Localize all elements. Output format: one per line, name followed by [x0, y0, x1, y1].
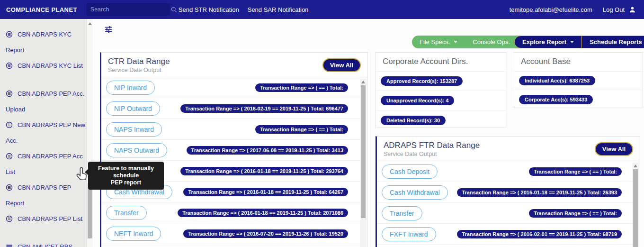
report-button-group: Explore Report Schedule Reports	[514, 36, 644, 48]
sidebar-item-label: CBN AML/CFT RBS Report	[6, 243, 72, 247]
individual-accounts-badge: Individual Acc(s): 6387253	[519, 76, 595, 85]
main-content: File Specs. Console Ops. Explore Report …	[93, 19, 644, 247]
table-row: FXFT InwardTransaction Range => ( 2016-0…	[377, 224, 633, 245]
transaction-range-badge: Transaction Range => ( 2016-01-18 == 201…	[457, 188, 622, 197]
table-row: NIP OutwardTransaction Range => ( 2016-0…	[101, 98, 361, 119]
table-row: NEFT InwardTransaction Range => ( 2016-0…	[101, 223, 361, 244]
brand-logo: COMPLIANCE PLANET	[6, 6, 77, 13]
ftr-row-list: Cash DepositTransaction Range => ( == ) …	[377, 161, 640, 245]
search-input[interactable]	[87, 6, 170, 13]
fxft-inward-pill[interactable]: FXFT Inward	[382, 227, 436, 241]
circle-report-icon	[6, 121, 13, 128]
cash-withdrawal-pill[interactable]: Cash Withdrawal	[382, 185, 448, 200]
circle-report-icon	[6, 153, 13, 160]
cursor-hand-icon	[75, 167, 89, 183]
table-row: NAPS InwardTransaction Range => ( == ) T…	[101, 119, 361, 140]
sidebar-item-cbn-aml-cft-rbs-report[interactable]: CBN AML/CFT RBS Report	[6, 239, 85, 247]
tooltip-line-1: Feature to manually schedule	[91, 165, 161, 179]
circle-report-icon	[6, 90, 13, 97]
deleted-records-badge: Deleted Record(s): 30	[381, 116, 446, 125]
transfer-pill[interactable]: Transfer	[106, 206, 147, 220]
scroll-up-arrow[interactable]	[88, 22, 92, 25]
scroll-up-arrow[interactable]	[361, 81, 365, 83]
adraps-ftr-data-range-card: ADRAPS FTR Data Range Service Date Outpu…	[376, 136, 640, 247]
naps-inward-pill[interactable]: NAPS Inward	[106, 122, 162, 137]
view-all-button[interactable]: View All	[595, 142, 633, 156]
nip-outward-pill[interactable]: NIP Outward	[106, 101, 160, 116]
ftr-card-scrollbar[interactable]	[632, 163, 639, 247]
logout-button[interactable]: Log Out	[603, 6, 625, 13]
ctr-card-scrollbar[interactable]	[360, 79, 367, 247]
file-console-button-group: File Specs. Console Ops.	[412, 36, 525, 48]
transaction-range-badge: Transaction Range => ( 2016-01-18 == 201…	[183, 188, 348, 196]
corporate-account-dirs-card: Corporate Account Dirs. Approved Record(…	[376, 52, 506, 128]
corporate-accounts-badge: Corporate Acc(s): 593433	[519, 95, 593, 104]
table-row: Cash WithdrawalTransaction Range => ( 20…	[377, 182, 633, 203]
table-row: Unapproved Record(s): 4	[376, 91, 506, 110]
sidebar-scrollbar[interactable]	[86, 19, 93, 247]
card-title: Account Base	[521, 57, 636, 66]
transaction-range-badge: Transaction Range => ( == ) Total:	[529, 209, 622, 218]
table-row: Approved Record(s): 153287	[376, 72, 506, 91]
sidebar-item-label: CBN ADRAPS PEP Acc List	[6, 153, 83, 175]
transfer-pill[interactable]: Transfer	[382, 206, 422, 220]
transaction-range-badge: Transaction Range => ( 2016-07-20 == 201…	[183, 229, 348, 238]
sidebar-item-cbn-adraps-pep-new-acc[interactable]: CBN ADRAPS PEP New Acc.	[6, 117, 85, 148]
table-row: NIP InwardTransaction Range => ( == ) To…	[101, 77, 361, 98]
approved-records-badge: Approved Record(s): 153287	[381, 76, 463, 86]
scroll-up-arrow[interactable]	[634, 165, 637, 167]
card-header: CTR Data Range Service Date Output View …	[101, 53, 367, 77]
table-row: TransferTransaction Range => ( 2016-01-1…	[101, 202, 361, 223]
table-row: Individual Acc(s): 6387253	[514, 72, 643, 90]
table-row: Deleted Record(s): 30	[376, 110, 506, 130]
file-specs-dropdown-button[interactable]: File Specs.	[412, 36, 465, 48]
table-row: NAPS OutwardTransaction Range => ( 2017-…	[101, 140, 361, 161]
schedule-reports-label: Schedule Reports	[590, 38, 642, 46]
neft-inward-pill[interactable]: NEFT Inward	[106, 227, 161, 241]
table-row: Corporate Acc(s): 593433	[514, 90, 643, 109]
circle-report-icon	[6, 31, 13, 38]
sidebar-item-cbn-adraps-kyc-report[interactable]: CBN ADRAPS KYC Report	[6, 27, 85, 58]
menu-lines-icon	[6, 243, 13, 247]
card-title: Corporate Account Dirs.	[383, 57, 499, 66]
scrollbar-thumb[interactable]	[633, 169, 638, 247]
sidebar-item-cbn-adraps-pep-list[interactable]: CBN ADRAPS PEP List	[6, 211, 85, 227]
circle-report-icon	[6, 184, 13, 191]
explore-report-dropdown-button[interactable]: Explore Report	[515, 36, 581, 48]
view-all-button[interactable]: View All	[322, 58, 361, 72]
sidebar-item-label: CBN ADRAPS KYC Report	[6, 31, 72, 54]
sidebar: CBN ADRAPS KYC Report CBN ADRAPS KYC Lis…	[0, 19, 93, 247]
tune-filter-icon[interactable]	[104, 25, 113, 34]
naps-outward-pill[interactable]: NAPS Outward	[106, 143, 167, 157]
chevron-down-icon	[570, 41, 574, 43]
sidebar-item-cbn-adraps-pep-report[interactable]: CBN ADRAPS PEP Report	[6, 180, 85, 211]
sidebar-menu: CBN ADRAPS KYC Report CBN ADRAPS KYC Lis…	[0, 19, 86, 247]
sidebar-item-label: CBN ADRAPS PEP New Acc.	[6, 121, 85, 144]
ctr-data-range-card: CTR Data Range Service Date Output View …	[100, 52, 368, 247]
send-sar-notification-link[interactable]: Send SAR Notification	[248, 6, 309, 13]
sidebar-item-cbn-adraps-pep-acc-upload[interactable]: CBN ADRAPS PEP Acc. Upload	[6, 86, 85, 117]
chevron-down-icon	[454, 41, 457, 43]
transaction-range-badge: Transaction Range => ( == ) Total:	[529, 167, 622, 176]
account-base-card: Account Base Individual Acc(s): 6387253 …	[514, 52, 643, 108]
unapproved-records-badge: Unapproved Record(s): 4	[381, 96, 454, 105]
table-row: TransferTransaction Range => ( == ) Tota…	[377, 203, 633, 224]
ctr-row-list: NIP InwardTransaction Range => ( == ) To…	[101, 77, 367, 244]
schedule-reports-dropdown-button[interactable]: Schedule Reports	[582, 36, 644, 48]
send-str-notification-link[interactable]: Send STR Notification	[179, 6, 239, 13]
nip-inward-pill[interactable]: NIP Inward	[106, 81, 155, 95]
circle-report-icon	[6, 215, 13, 222]
sidebar-item-cbn-adraps-pep-acc-list[interactable]: CBN ADRAPS PEP Acc List	[6, 148, 85, 180]
scrollbar-thumb[interactable]	[361, 85, 366, 218]
search-box[interactable]	[87, 3, 170, 16]
transaction-range-badge: Transaction Range => ( 2016-02-01 == 201…	[457, 230, 622, 238]
sidebar-item-cbn-adraps-kyc-list[interactable]: CBN ADRAPS KYC List	[6, 58, 85, 73]
cash-deposit-pill[interactable]: Cash Deposit	[382, 165, 438, 179]
search-icon	[170, 6, 177, 13]
transaction-range-badge: Transaction Range => ( == ) Total:	[255, 125, 348, 134]
scrollbar-thumb[interactable]	[88, 183, 92, 238]
card-header: Account Base	[514, 53, 643, 72]
transaction-range-badge: Transaction Range => ( 2016-01-18 == 201…	[180, 167, 348, 175]
circle-report-icon	[6, 62, 13, 69]
sidebar-item-label: CBN ADRAPS PEP Acc. Upload	[6, 90, 84, 113]
